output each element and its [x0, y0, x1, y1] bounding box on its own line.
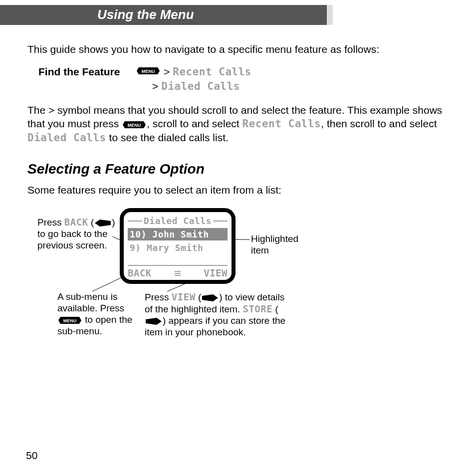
right-softkey-icon [146, 318, 162, 325]
callout-view: Press VIEW () to view details of the hig… [145, 291, 294, 338]
svg-text:MENU: MENU [128, 123, 141, 128]
title-rule-left [128, 221, 142, 222]
phone-screen: Dialed Calls 10) John Smith 9) Mary Smit… [120, 208, 236, 284]
list-item: 9) Mary Smith [128, 241, 228, 254]
callout-highlighted: Highlighted item [251, 234, 316, 256]
softkey-back: BACK [128, 267, 152, 279]
svg-rect-4 [175, 271, 181, 272]
diagram: Press BACK () to go back to the previous… [37, 206, 337, 355]
svg-text:MENU: MENU [63, 318, 77, 323]
svg-rect-6 [175, 275, 181, 276]
softkey-view: VIEW [204, 267, 228, 279]
callout-store-label: STORE [242, 303, 272, 314]
page-title: Using the Menu [0, 5, 327, 25]
header-band: Using the Menu [0, 5, 476, 25]
callout-back-label: BACK [64, 217, 88, 228]
menu-key-icon: MENU [123, 120, 146, 129]
callout-back: Press BACK () to go back to the previous… [37, 217, 117, 251]
nav-sep-1: > [164, 65, 170, 78]
nav-item-dialed-calls: Dialed Calls [161, 80, 240, 93]
inline-dialed-calls: Dialed Calls [27, 132, 106, 144]
screen-title-row: Dialed Calls [128, 215, 228, 227]
nav-sep-2: > [152, 79, 158, 93]
list-item: 10) John Smith [128, 228, 228, 240]
inline-recent-calls: Recent Calls [242, 118, 321, 130]
svg-rect-5 [175, 273, 181, 274]
find-feature-block: Find the Feature MENU > Recent Calls > D… [38, 65, 449, 93]
screen-title: Dialed Calls [144, 215, 212, 227]
explanation-paragraph: The > symbol means that you should scrol… [27, 103, 449, 145]
menu-key-icon: MENU [137, 66, 160, 75]
right-softkey-icon [202, 294, 218, 301]
callout-submenu: A sub-menu is available. Press MENU to o… [57, 291, 137, 337]
svg-text:MENU: MENU [142, 69, 155, 74]
menu-indicator-icon [174, 267, 182, 279]
find-label: Find the Feature [38, 65, 136, 78]
softkey-row: BACK VIEW [128, 265, 228, 279]
intro-paragraph: This guide shows you how to navigate to … [27, 42, 449, 56]
section-intro: Some features require you to select an i… [27, 183, 449, 197]
header-accent [327, 5, 333, 25]
nav-item-recent-calls: Recent Calls [173, 65, 251, 79]
body-column: This guide shows you how to navigate to … [0, 25, 476, 355]
left-softkey-icon [95, 220, 111, 227]
menu-key-icon: MENU [58, 316, 81, 325]
page-number: 50 [26, 449, 37, 462]
title-rule-right [213, 221, 228, 222]
callout-view-label: VIEW [172, 291, 196, 302]
section-heading: Selecting a Feature Option [27, 160, 449, 178]
